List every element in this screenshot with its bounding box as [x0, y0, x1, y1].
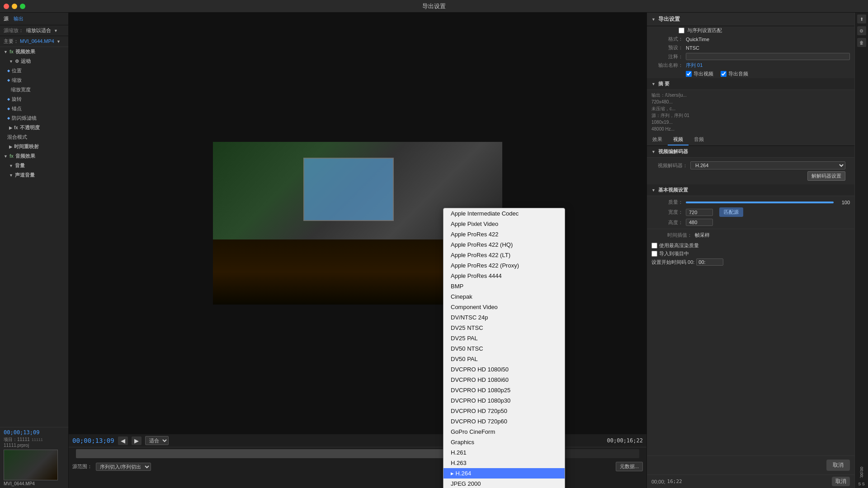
codec-settings-button[interactable]: 解解码器设置 [807, 171, 845, 181]
height-label: 高度： [651, 219, 683, 226]
dropdown-item[interactable]: DV25 NTSC [443, 323, 565, 333]
close-button[interactable] [4, 4, 9, 9]
export-icon[interactable]: ⬆ [857, 14, 866, 23]
motion-section[interactable]: ▼ ⚙ 运动 [0, 56, 68, 66]
width-input[interactable] [686, 209, 713, 216]
main-chevron[interactable]: ▼ [57, 39, 61, 44]
audio-tab[interactable]: 音频 [689, 134, 709, 145]
dropdown-item[interactable]: Component Video [443, 302, 565, 312]
settings-icon[interactable]: ⚙ [857, 26, 866, 35]
blend-mode-item[interactable]: 混合模式 [0, 132, 68, 142]
summary-section-header[interactable]: ▼ 摘 要 [647, 78, 854, 90]
anti-flicker-item[interactable]: ◆ 防闪烁滤镜 [0, 113, 68, 123]
anchor-item[interactable]: ◆ 锚点 [0, 104, 68, 113]
output-name-value[interactable]: 序列 01 [686, 62, 703, 69]
dropdown-item[interactable]: BMP [443, 281, 565, 291]
dropdown-item[interactable]: Apple ProRes 422 (HQ) [443, 239, 565, 250]
opacity-section[interactable]: ▶ fx 不透明度 [0, 123, 68, 132]
export-audio-label[interactable]: 导出音频 [721, 70, 748, 77]
preset-label: 预设： [651, 44, 683, 51]
next-frame-button[interactable]: ▶ [132, 436, 142, 445]
video-codec-label: 视频编解码器 [658, 148, 688, 155]
source-select[interactable]: 序列切入/序列切出 [96, 463, 151, 471]
scale-item[interactable]: ◆ 缩放 [0, 75, 68, 85]
quality-slider[interactable] [686, 202, 834, 203]
codec-select[interactable]: H.264 [690, 161, 845, 169]
format-label: 格式： [651, 36, 683, 42]
dropdown-item[interactable]: ▸ H.264 [443, 468, 565, 479]
codec-dropdown-menu[interactable]: Apple Intermediate CodecApple Pixlet Vid… [443, 208, 565, 488]
import-project-label[interactable]: 导入到项目中 [651, 250, 850, 257]
audio-effects-section: ▼ fx 音频效果 [0, 151, 68, 161]
time-interp-section: 时间插值： 帧采样 [647, 229, 854, 241]
dropdown-item[interactable]: DVCPRO HD 1080p30 [443, 395, 565, 406]
note-input[interactable] [686, 53, 850, 60]
dropdown-item[interactable]: DV25 PAL [443, 333, 565, 343]
channel-volume-section[interactable]: ▼ 声道音量 [0, 170, 68, 180]
dropdown-item[interactable]: Apple ProRes 422 [443, 229, 565, 239]
dropdown-item[interactable]: DVCPRO HD 1080i60 [443, 375, 565, 385]
volume-section[interactable]: ▼ 音量 [0, 161, 68, 170]
minimize-button[interactable] [12, 4, 17, 9]
dropdown-item[interactable]: H.261 [443, 447, 565, 458]
export-audio-checkbox[interactable] [721, 71, 726, 77]
dropdown-item[interactable]: Apple ProRes 422 (Proxy) [443, 260, 565, 271]
dropdown-item[interactable]: H.263 [443, 458, 565, 468]
dropdown-item[interactable]: DV50 NTSC [443, 343, 565, 354]
summary-output: 输出：/Users/ju... [651, 92, 850, 99]
time-remap-section[interactable]: ▶ 时间重映射 [0, 142, 68, 151]
dropdown-item[interactable]: Apple Pixlet Video [443, 219, 565, 229]
dropdown-item[interactable]: DVCPRO HD 1080i50 [443, 364, 565, 375]
position-item[interactable]: ◆ 位置 [0, 66, 68, 75]
quality-label: 质量： [651, 199, 683, 206]
export-video-checkbox[interactable] [686, 71, 692, 77]
summary-label: 摘 要 [658, 80, 670, 87]
prev-frame-button[interactable]: ◀ [118, 436, 128, 445]
height-input[interactable] [686, 219, 713, 226]
window-title: 导出设置 [422, 2, 446, 10]
dropdown-item[interactable]: Cinepak [443, 291, 565, 302]
summary-triangle: ▼ [651, 82, 656, 86]
cancel-button[interactable]: 取消 [826, 460, 850, 471]
scale-prop-label: 缩放 [12, 77, 22, 84]
rotation-item[interactable]: ◆ 旋转 [0, 94, 68, 104]
dropdown-item[interactable]: DVCPRO HD 1080p25 [443, 385, 565, 395]
height-row: 高度： [647, 218, 854, 227]
summary-compress: 未压缩，c... [651, 105, 850, 112]
media-filename: MVI_0644.MP4 [4, 481, 65, 486]
timeline-label: 00;00; [651, 479, 665, 484]
bottom-info: 00;00;13;09 项目：11111 11111 11111.prproj … [0, 427, 68, 488]
match-sequence-checkbox[interactable] [679, 28, 684, 33]
effects-tab[interactable]: 效果 [647, 134, 668, 145]
metadata-button[interactable]: 元数据... [616, 462, 643, 471]
dropdown-item[interactable]: DV/NTSC 24p [443, 312, 565, 323]
maximize-button[interactable] [20, 4, 25, 9]
max-quality-label[interactable]: 使用最高渲染质量 [651, 242, 850, 249]
channel-volume-label: 声道音量 [15, 172, 35, 178]
scale-value[interactable]: 缩放以适合 [26, 27, 51, 34]
cancel-button-2[interactable]: 取消 [832, 477, 850, 486]
dropdown-item[interactable]: DVCPRO HD 720p50 [443, 406, 565, 416]
scale-chevron[interactable]: ▼ [54, 28, 58, 33]
video-codec-section-header[interactable]: ▼ 视频编解码器 [647, 146, 854, 158]
dropdown-item[interactable]: Apple ProRes 4444 [443, 271, 565, 281]
import-project-checkbox[interactable] [651, 251, 657, 257]
dropdown-item[interactable]: Apple Intermediate Codec [443, 208, 565, 219]
trash-icon[interactable]: 🗑 [857, 38, 866, 47]
dropdown-item[interactable]: Apple ProRes 422 (LT) [443, 250, 565, 260]
dropdown-item[interactable]: DV50 PAL [443, 354, 565, 364]
dropdown-item[interactable]: GoPro CineForm [443, 427, 565, 437]
start-time-input[interactable] [696, 258, 723, 266]
export-video-label[interactable]: 导出视频 [686, 70, 713, 77]
basic-video-section-header[interactable]: ▼ 基本视频设置 [647, 184, 854, 196]
source-tab[interactable]: 源 [4, 16, 9, 21]
max-quality-checkbox[interactable] [651, 243, 657, 249]
output-tab[interactable]: 输出 [14, 16, 24, 21]
fit-select[interactable]: 适合 [145, 436, 169, 445]
scale-rate-item[interactable]: 缩放宽度 [0, 85, 68, 94]
video-tab[interactable]: 视频 [668, 134, 689, 145]
dropdown-item[interactable]: DVCPRO HD 720p60 [443, 416, 565, 427]
match-source-button[interactable]: 匹配源 [719, 207, 743, 217]
dropdown-item[interactable]: Graphics [443, 437, 565, 447]
dropdown-item[interactable]: JPEG 2000 [443, 479, 565, 488]
